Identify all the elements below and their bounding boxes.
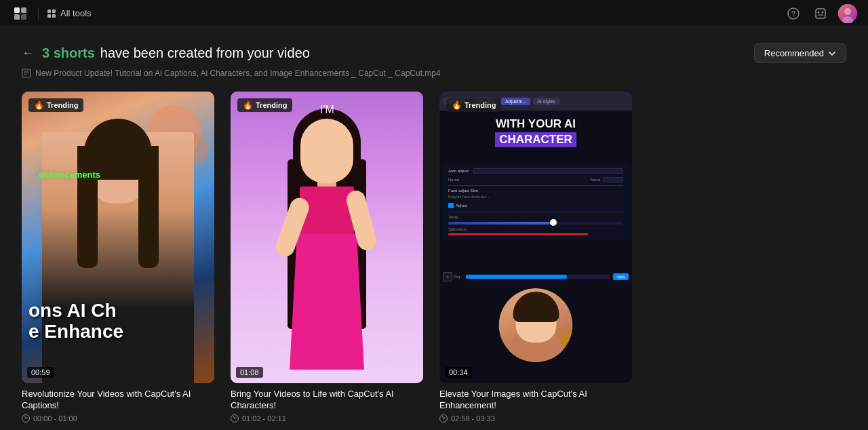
fire-icon-3: 🔥	[452, 100, 462, 110]
trending-label-3: Trending	[465, 101, 496, 109]
svg-rect-1	[21, 7, 26, 13]
all-tools-button[interactable]: All tools	[47, 8, 92, 18]
title-rest: have been created from your video	[100, 45, 310, 61]
card-title-3: Elevate Your Images with CapCut's AI Enh…	[439, 389, 632, 412]
chevron-down-icon	[828, 50, 836, 58]
svg-rect-2	[14, 14, 20, 20]
video-card-1[interactable]: 🔥 Trending enhancements	[22, 92, 214, 423]
svg-text:?: ?	[791, 10, 795, 18]
thumb3-bottom-controls: ✕ Rej... Apply	[443, 272, 629, 281]
source-file-row: New Product Update! Tutorial on Ai Capti…	[22, 69, 846, 78]
svg-point-11	[818, 11, 820, 13]
video-thumbnail-3[interactable]: 🔥 Trending Animate Trending Adjustm... A…	[439, 92, 632, 383]
thumb1-overlay-text: ons AI Ch e Enhance	[28, 300, 208, 343]
card-time-1: 00:00 - 01:00	[22, 414, 214, 423]
top-nav: All tools ?	[0, 0, 868, 27]
shorts-count: 3 shorts	[42, 45, 95, 61]
source-filename: New Product Update! Tutorial on Ai Capti…	[35, 69, 441, 78]
time-range-2: 01:02 - 02:11	[242, 414, 286, 423]
thumb3-avatar	[497, 286, 575, 364]
time-range-3: 02:58 - 03:33	[451, 414, 495, 423]
clock-icon-3	[439, 414, 448, 423]
card-time-3: 02:58 - 03:33	[439, 414, 632, 423]
user-avatar[interactable]	[838, 4, 857, 23]
header-row: ← 3 shorts have been created from your v…	[22, 43, 846, 63]
back-button[interactable]: ←	[22, 46, 34, 60]
file-icon	[22, 69, 31, 78]
recommended-button[interactable]: Recommended	[754, 43, 846, 63]
thumb3-control-panel: Auto adjust: Name None Face adjust Size	[443, 163, 629, 241]
recommended-label: Recommended	[764, 48, 824, 58]
thumb1-green-text: enhancements	[39, 170, 100, 180]
svg-point-14	[844, 8, 851, 15]
trending-badge-3: 🔥 Trending	[446, 98, 501, 112]
thumb2-pm-text: I'M	[320, 104, 334, 116]
fire-icon-1: 🔥	[34, 100, 44, 110]
svg-point-12	[822, 11, 824, 13]
video-card-2[interactable]: 🔥 Trending I'M	[231, 92, 423, 423]
time-range-1: 00:00 - 01:00	[33, 414, 77, 423]
clock-icon-1	[22, 414, 30, 423]
video-cards-grid: 🔥 Trending enhancements	[22, 92, 632, 423]
duration-badge-1: 00:59	[27, 367, 54, 378]
svg-rect-6	[47, 14, 51, 18]
nav-right: ?	[784, 4, 857, 23]
svg-rect-5	[52, 9, 56, 13]
thumb3-tab3: Adjustm...	[501, 98, 530, 105]
clock-icon-2	[231, 414, 239, 423]
app-logo[interactable]	[11, 4, 30, 23]
trending-badge-2: 🔥 Trending	[237, 98, 292, 112]
video-card-3[interactable]: 🔥 Trending Animate Trending Adjustm... A…	[439, 92, 632, 423]
nav-divider	[38, 7, 39, 20]
duration-badge-2: 01:08	[236, 367, 263, 378]
thumb3-tab4: AI styles	[533, 98, 559, 105]
page-title: ← 3 shorts have been created from your v…	[22, 45, 310, 61]
svg-rect-4	[47, 9, 51, 13]
trending-badge-1: 🔥 Trending	[28, 98, 83, 112]
duration-badge-3: 00:34	[445, 367, 472, 378]
all-tools-label: All tools	[60, 8, 92, 18]
svg-rect-10	[816, 9, 825, 18]
help-button[interactable]: ?	[784, 4, 803, 23]
download-button[interactable]	[811, 4, 830, 23]
main-content: ← 3 shorts have been created from your v…	[0, 27, 868, 430]
fire-icon-2: 🔥	[243, 100, 253, 110]
trending-label-1: Trending	[47, 101, 78, 109]
trending-label-2: Trending	[256, 101, 287, 109]
card-title-1: Revolutionize Your Videos with CapCut's …	[22, 389, 214, 412]
video-thumbnail-1[interactable]: 🔥 Trending enhancements	[22, 92, 214, 383]
svg-rect-7	[52, 14, 56, 18]
video-thumbnail-2[interactable]: 🔥 Trending I'M	[231, 92, 423, 383]
card-title-2: Bring Your Videos to Life with CapCut's …	[231, 389, 423, 412]
card-time-2: 01:02 - 02:11	[231, 414, 423, 423]
svg-rect-0	[14, 7, 20, 13]
svg-rect-3	[21, 14, 26, 20]
thumb3-title: WITH YOUR AI CHARACTER	[445, 117, 627, 147]
